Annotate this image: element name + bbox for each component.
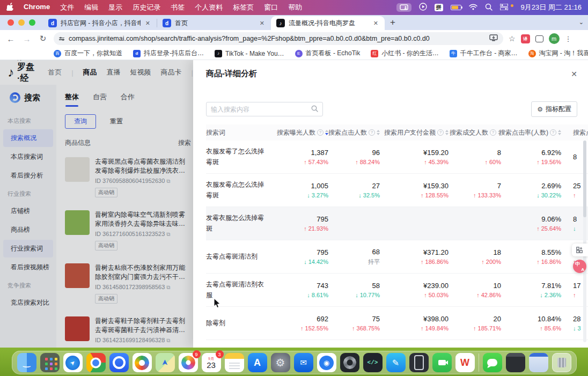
playback-icon[interactable] xyxy=(419,3,427,12)
scope-tab-0[interactable]: 整体 xyxy=(65,92,79,107)
app-nav-4[interactable]: 商品卡 xyxy=(161,68,182,77)
menubar-item-5[interactable]: 书签 xyxy=(171,3,185,12)
sidebar-item-1-1[interactable]: 商品榜 xyxy=(3,221,53,239)
col-header-6[interactable]: 搜索点击-成交率(人数) xyxy=(561,128,588,137)
menubar-item-2[interactable]: 编辑 xyxy=(84,3,98,12)
menubar-item-3[interactable]: 显示 xyxy=(108,3,122,12)
copy-icon[interactable]: ⧉ xyxy=(166,284,170,290)
browser-tab-0[interactable]: d抖店官网 - 抖音小店，抖音电…✕ xyxy=(43,16,157,30)
dock-icon-notes[interactable] xyxy=(225,353,244,372)
tab-close-icon[interactable]: ✕ xyxy=(144,20,151,27)
new-tab-button[interactable]: + xyxy=(390,17,395,28)
dock-icon-capcut[interactable]: ✎ xyxy=(386,353,406,372)
dock-icon-meeting[interactable] xyxy=(317,353,336,372)
dock-icon-messages[interactable] xyxy=(483,353,502,372)
bookmark-star-icon[interactable]: ☆ xyxy=(509,34,516,43)
apple-menu-icon[interactable] xyxy=(6,3,13,12)
dock-icon-wps[interactable]: W xyxy=(455,353,475,372)
workbench-panel-icon[interactable] xyxy=(572,244,588,256)
app-nav-2[interactable]: 直播 xyxy=(107,68,121,77)
dock-icon-chrome[interactable] xyxy=(86,353,106,372)
site-settings-icon[interactable] xyxy=(59,38,64,40)
tab-close-icon[interactable]: ✕ xyxy=(372,20,379,27)
dock-icon-iphone-mirroring[interactable] xyxy=(409,353,429,372)
table-row-4[interactable]: 去霉点霉斑清洁剂衣服743↓ 8.61%58↓ 10.77%¥239.00↑ 5… xyxy=(206,274,588,307)
dock-icon-photos[interactable]: 9 xyxy=(179,353,198,372)
dock-icon-launchpad[interactable] xyxy=(40,353,60,372)
translate-widget[interactable]: 中 A xyxy=(573,260,586,273)
menubar-item-1[interactable]: 文件 xyxy=(60,3,74,12)
metric-config-button[interactable]: ⚙ 指标配置 xyxy=(531,101,577,117)
product-item-2[interactable]: 昔树去粘痕不伤漆胶剂家用万能除胶剂室内门窗强力去污不干…ID 361458017… xyxy=(65,257,193,310)
sidebar-item-1-2[interactable]: 行业搜索词 xyxy=(3,240,53,257)
menubar-item-4[interactable]: 历史记录 xyxy=(133,3,160,12)
dock-icon-dev-tool[interactable]: </> xyxy=(363,353,383,372)
copy-icon[interactable]: ⧉ xyxy=(166,231,170,237)
table-row-3[interactable]: 去霉点霉斑清洁剂795↓ 14.42%68持平¥371.20↑ 186.86%1… xyxy=(206,240,588,274)
col-header-2[interactable]: 搜索点击人数? xyxy=(328,128,380,137)
dock-icon-mail[interactable]: ✉ xyxy=(294,353,313,372)
col-header-5[interactable]: 搜索点击率(人数)? xyxy=(501,128,561,137)
dock-icon-system-settings[interactable]: ⚙ xyxy=(271,353,290,372)
bookmark-item-4[interactable]: 红小红书 - 你的生活… xyxy=(371,49,439,58)
menubar-item-9[interactable]: 帮助 xyxy=(288,3,302,12)
reload-icon[interactable]: ↻ xyxy=(38,34,48,43)
scope-tab-2[interactable]: 合作 xyxy=(121,92,135,107)
sidebar-item-0-1[interactable]: 本店搜索词 xyxy=(3,148,53,166)
dock-icon-app-store[interactable]: A xyxy=(248,353,267,372)
col-header-4[interactable]: 搜索成交人数? xyxy=(449,128,501,137)
screen-sharing-icon[interactable] xyxy=(396,3,411,12)
browser-tab-1[interactable]: d首页✕ xyxy=(157,16,271,30)
sidebar-item-1-3[interactable]: 看后搜视频榜 xyxy=(3,259,53,276)
back-icon[interactable]: ← xyxy=(5,34,16,43)
bookmark-item-0[interactable]: 百百度一下，你就知道 xyxy=(54,49,122,58)
sidebar-item-1-0[interactable]: 店铺榜 xyxy=(3,202,53,220)
menubar-item-6[interactable]: 个人资料 xyxy=(195,3,223,12)
forward-icon[interactable]: → xyxy=(21,34,32,43)
menubar-item-0[interactable]: Chrome xyxy=(24,3,50,12)
dock-icon-window-preview-blue[interactable] xyxy=(529,353,548,372)
keyword-search-input[interactable] xyxy=(211,106,308,113)
product-item-1[interactable]: 昔树室内除霉味空气清新剂喷雾家用淡香持久去霉除异味去味…ID 361271600… xyxy=(65,204,193,257)
dock-icon-browser-360[interactable] xyxy=(133,353,152,372)
sidebar-item-2-0[interactable]: 竞店搜索对比 xyxy=(3,294,53,312)
dock-icon-quark[interactable] xyxy=(109,353,129,372)
table-row-5[interactable]: 除霉剂692↑ 152.55%75↑ 368.75%¥398.00↑ 149.8… xyxy=(206,307,588,340)
help-icon[interactable]: ? xyxy=(550,129,556,136)
table-row-1[interactable]: 衣服发霉点怎么洗掉霉斑1,005↓ 3.27%27↓ 32.5%¥159.30↑… xyxy=(206,174,588,207)
help-icon[interactable]: ? xyxy=(490,129,496,136)
reset-button[interactable]: 重置 xyxy=(110,117,123,126)
dock-icon-safari[interactable] xyxy=(63,353,83,372)
address-bar[interactable]: compass.jinritemai.com/shop/search/traff… xyxy=(54,32,503,45)
control-center-icon[interactable] xyxy=(500,4,508,12)
dock-icon-window-preview-dark[interactable] xyxy=(506,353,525,372)
zoom-window-button[interactable] xyxy=(29,19,35,26)
col-header-1[interactable]: 搜索曝光人数? xyxy=(275,128,328,137)
sidebar-item-0-2[interactable]: 看后搜分析 xyxy=(3,167,53,185)
spotlight-search-icon[interactable] xyxy=(485,3,493,12)
copy-icon[interactable]: ⧉ xyxy=(166,178,170,184)
menubar-item-8[interactable]: 窗口 xyxy=(264,3,278,12)
url-text[interactable]: compass.jinritemai.com/shop/search/traff… xyxy=(69,35,485,42)
tab-search-chevron-icon[interactable]: ⌄ xyxy=(579,19,584,26)
copy-icon[interactable]: ⧉ xyxy=(166,337,170,343)
product-item-0[interactable]: 去霉斑黑点霉点霉菌衣服清洁剂发霉除霉剂爆炸盐校服净洗衣…ID 376095880… xyxy=(65,151,193,204)
profile-avatar[interactable]: m xyxy=(549,33,560,44)
col-header-3[interactable]: 搜索用户支付金额? xyxy=(380,128,449,137)
install-pwa-icon[interactable] xyxy=(489,34,498,43)
minimize-window-button[interactable] xyxy=(18,19,25,26)
bookmark-item-1[interactable]: d抖店登录-抖店后台… xyxy=(133,49,204,58)
help-icon[interactable]: ? xyxy=(437,129,444,136)
dock-icon-calendar[interactable]: 9月233 xyxy=(202,353,221,372)
dock-icon-camera-lens[interactable] xyxy=(340,353,359,372)
pinned-extension-icon[interactable]: 译 xyxy=(521,34,530,43)
table-row-2[interactable]: 发霉衣服怎么洗掉霉斑795↑ 21.93%9.06%↑ 25.64%8↓ xyxy=(206,207,588,240)
keyword-search-box[interactable] xyxy=(206,102,323,116)
search-icon[interactable] xyxy=(311,105,318,114)
close-window-button[interactable] xyxy=(8,19,14,26)
wifi-icon[interactable] xyxy=(469,4,477,12)
bookmark-item-5[interactable]: 牛千牛工作台 - 商家… xyxy=(450,49,518,58)
menubar-item-7[interactable]: 标签页 xyxy=(233,3,254,12)
scope-tab-1[interactable]: 自营 xyxy=(93,92,107,107)
sidebar-item-0-0[interactable]: 搜索概况 xyxy=(3,129,53,147)
